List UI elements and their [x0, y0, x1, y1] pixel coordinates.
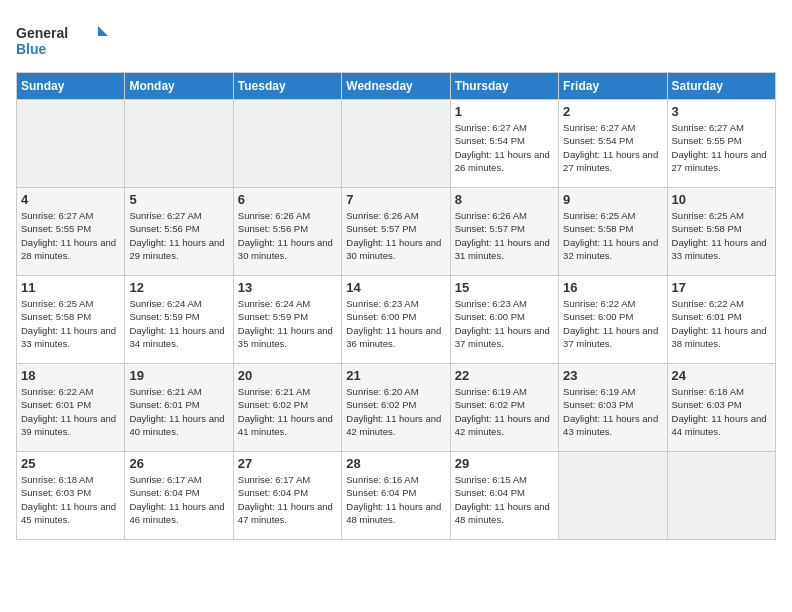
- day-number: 21: [346, 368, 445, 383]
- day-info: Sunrise: 6:24 AM Sunset: 5:59 PM Dayligh…: [238, 297, 337, 350]
- day-number: 20: [238, 368, 337, 383]
- weekday-header: Thursday: [450, 73, 558, 100]
- svg-text:Blue: Blue: [16, 41, 47, 57]
- day-info: Sunrise: 6:19 AM Sunset: 6:02 PM Dayligh…: [455, 385, 554, 438]
- page-header: General Blue: [16, 16, 776, 64]
- day-info: Sunrise: 6:22 AM Sunset: 6:01 PM Dayligh…: [672, 297, 771, 350]
- day-info: Sunrise: 6:26 AM Sunset: 5:57 PM Dayligh…: [346, 209, 445, 262]
- weekday-header-row: SundayMondayTuesdayWednesdayThursdayFrid…: [17, 73, 776, 100]
- calendar-cell: [559, 452, 667, 540]
- day-number: 14: [346, 280, 445, 295]
- day-number: 25: [21, 456, 120, 471]
- weekday-header: Wednesday: [342, 73, 450, 100]
- calendar-cell: 24Sunrise: 6:18 AM Sunset: 6:03 PM Dayli…: [667, 364, 775, 452]
- day-info: Sunrise: 6:26 AM Sunset: 5:57 PM Dayligh…: [455, 209, 554, 262]
- calendar-cell: 3Sunrise: 6:27 AM Sunset: 5:55 PM Daylig…: [667, 100, 775, 188]
- day-info: Sunrise: 6:27 AM Sunset: 5:55 PM Dayligh…: [21, 209, 120, 262]
- logo: General Blue: [16, 20, 116, 64]
- day-number: 18: [21, 368, 120, 383]
- calendar-cell: 7Sunrise: 6:26 AM Sunset: 5:57 PM Daylig…: [342, 188, 450, 276]
- day-number: 10: [672, 192, 771, 207]
- day-number: 22: [455, 368, 554, 383]
- day-info: Sunrise: 6:24 AM Sunset: 5:59 PM Dayligh…: [129, 297, 228, 350]
- calendar-cell: 20Sunrise: 6:21 AM Sunset: 6:02 PM Dayli…: [233, 364, 341, 452]
- calendar-cell: 12Sunrise: 6:24 AM Sunset: 5:59 PM Dayli…: [125, 276, 233, 364]
- day-info: Sunrise: 6:26 AM Sunset: 5:56 PM Dayligh…: [238, 209, 337, 262]
- day-number: 26: [129, 456, 228, 471]
- calendar-cell: 25Sunrise: 6:18 AM Sunset: 6:03 PM Dayli…: [17, 452, 125, 540]
- calendar-cell: [233, 100, 341, 188]
- day-info: Sunrise: 6:21 AM Sunset: 6:02 PM Dayligh…: [238, 385, 337, 438]
- calendar-cell: 27Sunrise: 6:17 AM Sunset: 6:04 PM Dayli…: [233, 452, 341, 540]
- calendar-cell: [342, 100, 450, 188]
- day-number: 24: [672, 368, 771, 383]
- day-info: Sunrise: 6:20 AM Sunset: 6:02 PM Dayligh…: [346, 385, 445, 438]
- calendar-cell: 10Sunrise: 6:25 AM Sunset: 5:58 PM Dayli…: [667, 188, 775, 276]
- day-info: Sunrise: 6:23 AM Sunset: 6:00 PM Dayligh…: [346, 297, 445, 350]
- calendar-cell: 22Sunrise: 6:19 AM Sunset: 6:02 PM Dayli…: [450, 364, 558, 452]
- calendar-week-row: 11Sunrise: 6:25 AM Sunset: 5:58 PM Dayli…: [17, 276, 776, 364]
- calendar-cell: 5Sunrise: 6:27 AM Sunset: 5:56 PM Daylig…: [125, 188, 233, 276]
- day-info: Sunrise: 6:17 AM Sunset: 6:04 PM Dayligh…: [129, 473, 228, 526]
- day-info: Sunrise: 6:16 AM Sunset: 6:04 PM Dayligh…: [346, 473, 445, 526]
- calendar-table: SundayMondayTuesdayWednesdayThursdayFrid…: [16, 72, 776, 540]
- day-number: 23: [563, 368, 662, 383]
- day-number: 15: [455, 280, 554, 295]
- calendar-cell: [667, 452, 775, 540]
- weekday-header: Friday: [559, 73, 667, 100]
- day-number: 1: [455, 104, 554, 119]
- day-info: Sunrise: 6:25 AM Sunset: 5:58 PM Dayligh…: [21, 297, 120, 350]
- day-info: Sunrise: 6:25 AM Sunset: 5:58 PM Dayligh…: [563, 209, 662, 262]
- calendar-cell: 8Sunrise: 6:26 AM Sunset: 5:57 PM Daylig…: [450, 188, 558, 276]
- calendar-cell: 16Sunrise: 6:22 AM Sunset: 6:00 PM Dayli…: [559, 276, 667, 364]
- calendar-week-row: 18Sunrise: 6:22 AM Sunset: 6:01 PM Dayli…: [17, 364, 776, 452]
- day-number: 27: [238, 456, 337, 471]
- calendar-cell: 19Sunrise: 6:21 AM Sunset: 6:01 PM Dayli…: [125, 364, 233, 452]
- day-info: Sunrise: 6:19 AM Sunset: 6:03 PM Dayligh…: [563, 385, 662, 438]
- day-number: 17: [672, 280, 771, 295]
- day-number: 2: [563, 104, 662, 119]
- day-info: Sunrise: 6:18 AM Sunset: 6:03 PM Dayligh…: [672, 385, 771, 438]
- calendar-week-row: 1Sunrise: 6:27 AM Sunset: 5:54 PM Daylig…: [17, 100, 776, 188]
- calendar-cell: 18Sunrise: 6:22 AM Sunset: 6:01 PM Dayli…: [17, 364, 125, 452]
- day-info: Sunrise: 6:18 AM Sunset: 6:03 PM Dayligh…: [21, 473, 120, 526]
- calendar-cell: 21Sunrise: 6:20 AM Sunset: 6:02 PM Dayli…: [342, 364, 450, 452]
- day-info: Sunrise: 6:17 AM Sunset: 6:04 PM Dayligh…: [238, 473, 337, 526]
- calendar-cell: 14Sunrise: 6:23 AM Sunset: 6:00 PM Dayli…: [342, 276, 450, 364]
- day-info: Sunrise: 6:23 AM Sunset: 6:00 PM Dayligh…: [455, 297, 554, 350]
- day-number: 19: [129, 368, 228, 383]
- calendar-cell: 17Sunrise: 6:22 AM Sunset: 6:01 PM Dayli…: [667, 276, 775, 364]
- day-number: 4: [21, 192, 120, 207]
- day-number: 11: [21, 280, 120, 295]
- weekday-header: Saturday: [667, 73, 775, 100]
- day-number: 8: [455, 192, 554, 207]
- calendar-cell: 29Sunrise: 6:15 AM Sunset: 6:04 PM Dayli…: [450, 452, 558, 540]
- calendar-cell: 15Sunrise: 6:23 AM Sunset: 6:00 PM Dayli…: [450, 276, 558, 364]
- calendar-cell: 28Sunrise: 6:16 AM Sunset: 6:04 PM Dayli…: [342, 452, 450, 540]
- day-number: 3: [672, 104, 771, 119]
- weekday-header: Sunday: [17, 73, 125, 100]
- svg-marker-2: [98, 26, 108, 36]
- calendar-cell: 9Sunrise: 6:25 AM Sunset: 5:58 PM Daylig…: [559, 188, 667, 276]
- day-info: Sunrise: 6:22 AM Sunset: 6:01 PM Dayligh…: [21, 385, 120, 438]
- day-number: 9: [563, 192, 662, 207]
- day-info: Sunrise: 6:27 AM Sunset: 5:56 PM Dayligh…: [129, 209, 228, 262]
- weekday-header: Monday: [125, 73, 233, 100]
- day-info: Sunrise: 6:22 AM Sunset: 6:00 PM Dayligh…: [563, 297, 662, 350]
- weekday-header: Tuesday: [233, 73, 341, 100]
- calendar-cell: 2Sunrise: 6:27 AM Sunset: 5:54 PM Daylig…: [559, 100, 667, 188]
- calendar-cell: 1Sunrise: 6:27 AM Sunset: 5:54 PM Daylig…: [450, 100, 558, 188]
- calendar-cell: 11Sunrise: 6:25 AM Sunset: 5:58 PM Dayli…: [17, 276, 125, 364]
- calendar-cell: 23Sunrise: 6:19 AM Sunset: 6:03 PM Dayli…: [559, 364, 667, 452]
- day-number: 13: [238, 280, 337, 295]
- calendar-week-row: 4Sunrise: 6:27 AM Sunset: 5:55 PM Daylig…: [17, 188, 776, 276]
- calendar-week-row: 25Sunrise: 6:18 AM Sunset: 6:03 PM Dayli…: [17, 452, 776, 540]
- calendar-cell: 26Sunrise: 6:17 AM Sunset: 6:04 PM Dayli…: [125, 452, 233, 540]
- day-number: 7: [346, 192, 445, 207]
- day-number: 28: [346, 456, 445, 471]
- day-info: Sunrise: 6:27 AM Sunset: 5:54 PM Dayligh…: [455, 121, 554, 174]
- day-info: Sunrise: 6:27 AM Sunset: 5:55 PM Dayligh…: [672, 121, 771, 174]
- calendar-cell: [125, 100, 233, 188]
- day-number: 16: [563, 280, 662, 295]
- day-number: 6: [238, 192, 337, 207]
